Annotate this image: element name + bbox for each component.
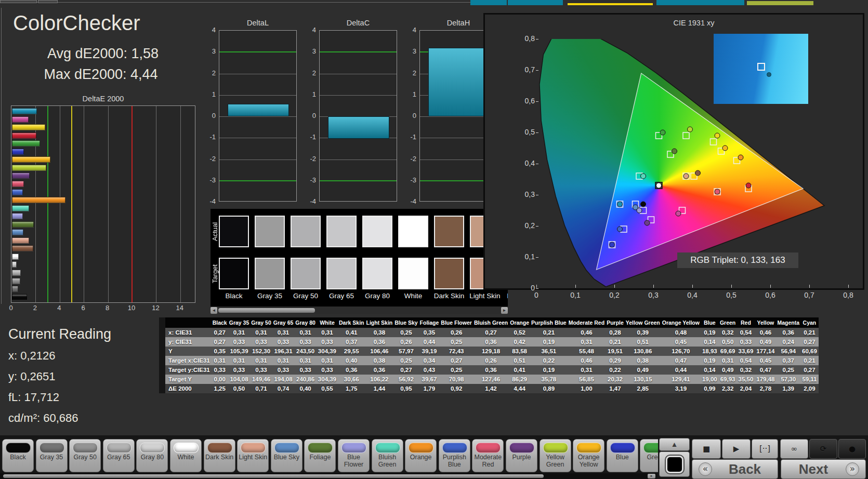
colorchecker-screen: ColorChecker Avg dE2000: 1,58 Max dE2000… [0, 0, 868, 479]
bottom-control-bar: BlackGray 35Gray 50Gray 65Gray 80WhiteDa… [0, 435, 868, 479]
deltae-bar-orange-yellow [12, 156, 50, 163]
table-col-black: Black [212, 317, 228, 328]
cie-measured-dark-skin [695, 170, 701, 176]
table-row-ty: Target y:CIE310,330,330,330,330,330,330,… [165, 365, 819, 375]
window-left-border [1, 8, 2, 304]
patch-button-orange-yellow[interactable]: Orange Yellow [573, 439, 604, 472]
swatch-actual-black [219, 216, 249, 247]
patch-button-moderate-red[interactable]: Moderate Red [472, 439, 504, 472]
back-button[interactable]: « Back [692, 459, 778, 479]
patch-button-gray-65[interactable]: Gray 65 [103, 439, 135, 472]
patch-button-dark-skin[interactable]: Dark Skin [204, 439, 235, 472]
patch-button-purplish-blue[interactable]: Purplish Blue [439, 439, 470, 472]
patch-button-label: Foliage [305, 454, 335, 461]
patch-button-label: Light Skin [238, 454, 268, 461]
workflow-strip-teal-2[interactable] [656, 0, 744, 5]
swatch-scrollbar[interactable]: ◄ ► [211, 307, 508, 314]
patch-button-blue[interactable]: Blue [607, 439, 638, 472]
swatch-label: Light Skin [469, 292, 501, 300]
swatch-scroll-right-icon[interactable]: ► [501, 307, 508, 314]
frame-advance-button[interactable]: [··] [752, 439, 778, 459]
patch-color-chip [341, 443, 366, 453]
patch-color-chip [174, 443, 199, 453]
swatch-label: Dark Skin [433, 292, 465, 300]
swatch-target-dark-skin [434, 258, 464, 289]
cie-target-yellow-green [683, 132, 689, 139]
record-button[interactable]: ● [838, 439, 866, 459]
patch-scroll-thumb[interactable] [3, 474, 544, 478]
patch-window-up-button[interactable]: ▲ [659, 438, 690, 451]
table-row-y: y: CIE310,270,330,330,330,330,330,370,36… [165, 337, 819, 347]
deltae-bar-gray-50 [12, 278, 20, 284]
play-button[interactable]: ▶ [722, 439, 751, 459]
table-col-dark-skin: Dark Skin [338, 317, 365, 328]
patch-button-white[interactable]: White [170, 439, 202, 472]
results-table: BlackGray 35Gray 50Gray 65Gray 80WhiteDa… [165, 317, 819, 393]
table-col-gray-65: Gray 65 [272, 317, 295, 328]
patch-button-label: Purplish Blue [439, 454, 470, 468]
patch-button-yellow-green[interactable]: Yellow Green [540, 439, 571, 472]
patch-button-foliage[interactable]: Foliage [304, 439, 336, 472]
mini-bar-deltah [428, 48, 490, 116]
patch-color-chip [274, 443, 299, 453]
cie-measured-foliage [672, 149, 677, 154]
patch-button-gray-50[interactable]: Gray 50 [69, 439, 101, 472]
patch-button-black[interactable]: Black [2, 439, 34, 472]
window-tab-left2[interactable] [38, 0, 58, 3]
loop-button[interactable]: ∞ [780, 439, 808, 459]
patch-button-orange[interactable]: Orange [405, 439, 437, 472]
table-col-moderate-red: Moderate Red [568, 317, 606, 328]
patch-button-label: Gray 65 [103, 454, 134, 461]
patch-row-scrollbar[interactable]: ► [0, 473, 656, 479]
patch-button-label: Orange Yellow [573, 454, 604, 468]
workflow-strip-teal-1[interactable] [470, 0, 507, 5]
table-row-tY: Target Y0,00104,08149,46194,08240,86304,… [165, 375, 819, 384]
cie-measured-orange [738, 155, 743, 160]
patch-button-label: Purple [506, 454, 537, 461]
workflow-strip-olive[interactable] [747, 1, 813, 5]
deltae-bar-dark-skin [12, 245, 33, 251]
table-col-blue-sky: Blue Sky [393, 317, 418, 328]
patch-button-light-skin[interactable]: Light Skin [237, 439, 269, 472]
table-col-purplish-blue: Purplish Blue [530, 317, 568, 328]
deltae-refline-10 [131, 106, 133, 302]
patch-button-label: White [170, 454, 201, 461]
deltae-bar-gray-80 [12, 261, 17, 268]
next-button[interactable]: Next » [781, 459, 866, 479]
refresh-button[interactable]: ⟳ [809, 439, 837, 459]
cie-measured-blue [610, 242, 615, 247]
mini-chart-deltac [319, 30, 397, 202]
cie-measured-white [656, 183, 662, 188]
patch-color-chip [610, 443, 635, 453]
swatch-comparison-panel: Actual Target BlackGray 35Gray 50Gray 65… [211, 209, 508, 307]
patch-button-bluish-green[interactable]: Bluish Green [372, 439, 403, 472]
cie-measured-yellow [715, 133, 720, 138]
swatch-target-gray-35 [255, 258, 285, 289]
swatch-scroll-thumb[interactable] [218, 308, 315, 313]
patch-window-button[interactable] [659, 451, 690, 477]
deltae-bar-purplish-blue [12, 189, 23, 195]
workflow-strip-teal-1b[interactable] [508, 0, 563, 5]
patch-button-gray-35[interactable]: Gray 35 [36, 439, 68, 472]
workflow-strip-yellow[interactable] [568, 3, 653, 5]
stop-button[interactable]: ■ [692, 439, 721, 459]
patch-button-purple[interactable]: Purple [506, 439, 537, 472]
patch-button-green[interactable]: Green [640, 439, 658, 472]
patch-button-blue-flower[interactable]: Blue Flower [338, 439, 370, 472]
page-title: ColorChecker [13, 11, 140, 35]
patch-button-blue-sky[interactable]: Blue Sky [271, 439, 303, 472]
patch-button-gray-80[interactable]: Gray 80 [136, 439, 168, 472]
patch-button-label: Gray 50 [70, 454, 100, 461]
deltae-chart-title: DeltaE 2000 [11, 95, 195, 103]
patch-button-label: Blue Sky [271, 454, 302, 461]
next-label: Next [781, 461, 846, 477]
patch-scroll-right-icon[interactable]: ► [648, 474, 655, 478]
deltae-refline-5 [71, 106, 72, 302]
deltae-x-axis: 02468101214 [0, 304, 208, 312]
cie-measured-moderate-red [715, 189, 720, 194]
window-tab-left[interactable] [0, 0, 37, 3]
table-row-x: x: CIE310,270,310,310,310,310,310,410,38… [165, 328, 819, 337]
results-table-wrap: BlackGray 35Gray 50Gray 65Gray 80WhiteDa… [159, 317, 819, 393]
swatch-label: Blue Sky [505, 292, 508, 300]
swatch-scroll-left-icon[interactable]: ◄ [211, 307, 217, 314]
